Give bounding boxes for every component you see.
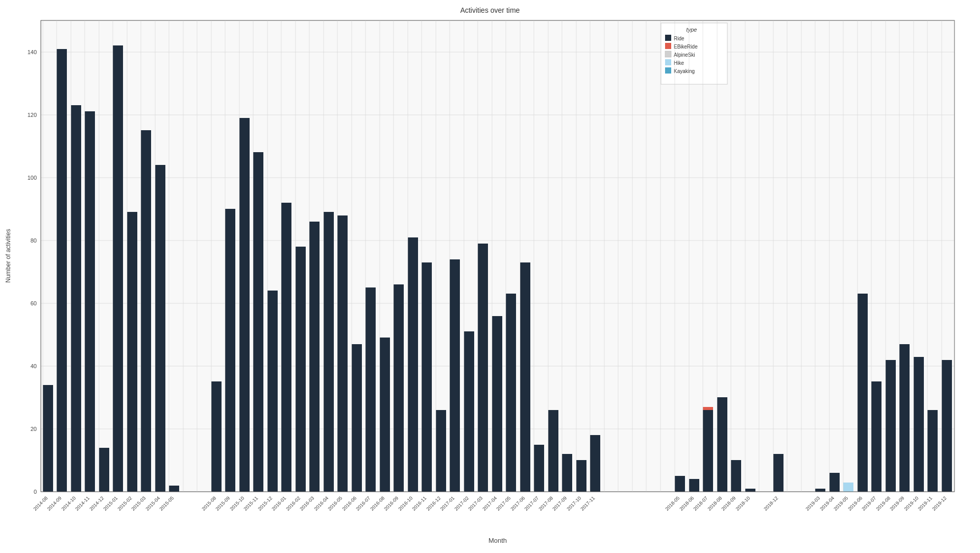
legend-title: type	[687, 27, 697, 33]
bar-2016-11	[422, 262, 432, 492]
bar-2015-12	[267, 291, 278, 492]
svg-text:20: 20	[31, 426, 37, 432]
bar-2019-04	[829, 473, 840, 492]
bar-2019-11	[927, 410, 938, 492]
svg-text:Hike: Hike	[674, 60, 684, 66]
bar-2018-08	[717, 397, 727, 492]
bar-2016-12	[436, 410, 446, 492]
svg-text:EBikeRide: EBikeRide	[674, 44, 698, 50]
y-axis-label: Number of activities	[5, 229, 12, 282]
bar-2018-09	[731, 460, 741, 492]
bar-2017-05	[506, 294, 516, 492]
bar-2016-10	[408, 237, 418, 492]
svg-text:80: 80	[31, 237, 37, 244]
bar-2017-11	[590, 435, 600, 492]
bar-2017-06	[520, 262, 530, 492]
bar-2016-08	[380, 338, 390, 492]
bar-2018-12	[773, 454, 783, 492]
bar-2015-02	[127, 212, 137, 492]
bar-2019-10	[914, 357, 924, 492]
bar-2014-11	[85, 111, 95, 492]
activities-chart: // This won't run inside SVG, handled be…	[0, 0, 980, 553]
bar-2014-08	[43, 385, 53, 492]
svg-rect-72	[665, 35, 671, 41]
bar-2016-02	[296, 247, 306, 492]
bar-2016-05	[337, 215, 348, 492]
bar-2014-09	[57, 49, 67, 492]
bar-2018-10	[745, 489, 755, 492]
bar-2019-03	[815, 489, 825, 492]
bar-2014-10	[71, 105, 81, 492]
svg-text:140: 140	[28, 49, 37, 55]
bar-2019-08	[886, 360, 896, 492]
bar-2019-07	[871, 381, 881, 492]
svg-text:AlpineSki: AlpineSki	[674, 52, 695, 58]
bar-2019-12	[942, 360, 952, 492]
bar-2016-03	[309, 222, 320, 492]
bar-2017-03	[478, 244, 488, 492]
svg-text:Ride: Ride	[674, 36, 684, 41]
bar-2015-09	[225, 209, 235, 492]
x-axis-label: Month	[488, 537, 507, 544]
bar-2016-09	[394, 284, 404, 492]
bar-2017-01	[450, 259, 460, 492]
bar-2018-07-ebike	[703, 407, 713, 410]
bar-2015-01	[113, 45, 123, 492]
bar-2017-02	[464, 331, 474, 492]
bar-2015-08	[211, 381, 222, 492]
bar-2018-06	[689, 479, 699, 492]
svg-rect-80	[665, 67, 671, 74]
bar-2017-07	[534, 445, 544, 492]
bar-2019-09	[899, 344, 910, 492]
bar-2016-04	[324, 212, 334, 492]
svg-text:0: 0	[34, 489, 37, 495]
svg-rect-74	[665, 43, 671, 49]
bar-2017-08	[548, 410, 558, 492]
svg-text:100: 100	[28, 175, 37, 181]
svg-rect-78	[665, 59, 671, 65]
bar-2017-10	[576, 460, 586, 492]
bar-2015-11	[253, 152, 263, 492]
bar-2016-07	[365, 287, 376, 492]
svg-text:120: 120	[28, 112, 37, 118]
bar-2017-09	[562, 454, 572, 492]
svg-text:Kayaking: Kayaking	[674, 68, 695, 74]
bar-2016-01	[281, 203, 291, 492]
svg-text:40: 40	[31, 363, 37, 369]
bar-2018-05	[675, 476, 685, 492]
bar-2015-04	[155, 165, 165, 492]
bar-2015-10	[239, 118, 250, 492]
svg-text:60: 60	[31, 300, 37, 306]
bar-2019-05-hike	[843, 483, 853, 492]
chart-title: Activities over time	[460, 6, 520, 14]
bar-2019-06	[857, 294, 868, 492]
bar-2018-07-ride	[703, 410, 713, 492]
chart-container: // This won't run inside SVG, handled be…	[0, 0, 980, 553]
bar-2015-05	[169, 486, 179, 492]
bar-2017-04	[492, 316, 502, 492]
bar-2016-06	[352, 344, 362, 492]
svg-rect-76	[665, 51, 671, 57]
bar-2014-12	[99, 448, 109, 492]
bar-2015-03	[141, 130, 151, 492]
